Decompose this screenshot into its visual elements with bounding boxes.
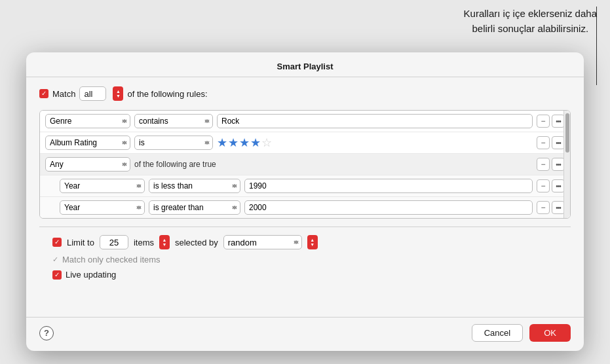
- rule-remove-3[interactable]: −: [537, 158, 550, 171]
- rule-row-any-group: Any of the following are true − •••: [40, 154, 570, 175]
- limit-label: Limit to: [67, 238, 94, 247]
- limit-checkbox[interactable]: ✓: [52, 238, 62, 247]
- rule-value-2000[interactable]: [244, 200, 533, 215]
- rule-remove-2[interactable]: −: [537, 136, 550, 149]
- smart-playlist-dialog: Smart Playlist ✓ Match all ▲ ▼ of the fo…: [26, 52, 584, 351]
- selected-by-select[interactable]: random: [223, 235, 302, 249]
- star-4: ★: [250, 136, 261, 150]
- match-checkbox[interactable]: ✓: [39, 89, 48, 98]
- stepper-down: ▼: [116, 94, 121, 98]
- rule-row-genre: Genre contains − •••: [40, 111, 570, 132]
- rule-field-year-2[interactable]: Year: [60, 200, 145, 215]
- star-1: ★: [217, 136, 227, 150]
- live-updating-row: ✓ Live updating: [52, 270, 558, 280]
- footer-buttons: Cancel OK: [472, 324, 571, 342]
- rule-more-nested-1[interactable]: •••: [552, 179, 565, 192]
- rules-wrapper: Genre contains − •••: [39, 110, 571, 219]
- selected-by-stepper[interactable]: ▲ ▼: [307, 235, 318, 249]
- items-stepper[interactable]: ▲ ▼: [159, 235, 170, 249]
- live-updating-label: Live updating: [66, 270, 116, 280]
- tooltip-pointer-line: [596, 7, 597, 85]
- ok-button[interactable]: OK: [529, 324, 571, 342]
- rule-field-any[interactable]: Any: [45, 157, 130, 172]
- cancel-button[interactable]: Cancel: [472, 324, 523, 342]
- rule-field-genre[interactable]: Genre: [45, 114, 130, 128]
- rule-actions-nested-1: − •••: [537, 179, 565, 192]
- tooltip-line2: belirli sonuçlar alabilirsiniz.: [472, 23, 588, 34]
- rule-condition-less-than[interactable]: is less than: [149, 179, 240, 193]
- limit-row: ✓ Limit to items ▲ ▼ selected by random …: [52, 235, 558, 249]
- match-label: Match: [52, 89, 75, 99]
- stars-display[interactable]: ★ ★ ★ ★ ☆: [217, 136, 533, 150]
- limit-unit: items: [134, 238, 154, 247]
- match-checked-checkmark: ✓: [52, 255, 58, 264]
- rules-area: Genre contains − •••: [39, 110, 571, 219]
- of-following-are-true: of the following are true: [134, 160, 216, 169]
- rule-remove-nested-1[interactable]: −: [537, 179, 550, 192]
- rule-field-album-rating[interactable]: Album Rating: [45, 136, 130, 150]
- rule-more-3[interactable]: •••: [552, 158, 565, 171]
- star-5: ☆: [261, 136, 272, 150]
- dialog-footer: ? Cancel OK: [26, 317, 584, 351]
- scrollbar-thumb: [565, 113, 569, 153]
- dialog-title: Smart Playlist: [26, 52, 584, 77]
- selected-by-label: selected by: [175, 238, 218, 247]
- match-dropdown[interactable]: all: [79, 86, 106, 101]
- match-value: all: [84, 89, 92, 99]
- match-checked-row: ✓ Match only checked items: [52, 255, 558, 264]
- match-checked-label: Match only checked items: [62, 255, 161, 264]
- rule-condition-is[interactable]: is: [134, 136, 213, 150]
- rules-scrollbar[interactable]: [563, 111, 570, 218]
- rule-row-album-rating: Album Rating is ★ ★ ★ ★ ☆ −: [40, 132, 570, 154]
- rule-remove-1[interactable]: −: [537, 115, 550, 128]
- rule-value-1990[interactable]: [244, 179, 533, 193]
- rule-more-nested-2[interactable]: •••: [552, 201, 565, 214]
- live-updating-checkbox[interactable]: ✓: [52, 270, 62, 280]
- rule-value-rock[interactable]: [217, 114, 533, 128]
- rule-row-year-less: Year is less than − •••: [40, 175, 570, 197]
- of-following-label: of the following rules:: [127, 89, 207, 99]
- rule-more-1[interactable]: •••: [552, 115, 565, 128]
- rule-field-year-1[interactable]: Year: [60, 179, 145, 193]
- match-stepper[interactable]: ▲ ▼: [113, 86, 123, 101]
- rule-actions-3: − •••: [537, 158, 565, 171]
- rule-condition-greater-than[interactable]: is greater than: [149, 200, 240, 215]
- rule-remove-nested-2[interactable]: −: [537, 201, 550, 214]
- dialog-body: ✓ Match all ▲ ▼ of the following rules: …: [26, 77, 584, 317]
- star-3: ★: [239, 136, 250, 150]
- rule-condition-contains[interactable]: contains: [134, 114, 213, 128]
- tooltip: Kuralları iç içe eklerseniz daha belirli…: [464, 7, 597, 36]
- rule-actions-nested-2: − •••: [537, 201, 565, 214]
- rule-more-2[interactable]: •••: [552, 136, 565, 149]
- tooltip-line1: Kuralları iç içe eklerseniz daha: [464, 8, 597, 19]
- rule-actions-2: − •••: [537, 136, 565, 149]
- bottom-section: ✓ Limit to items ▲ ▼ selected by random …: [39, 227, 571, 287]
- limit-value[interactable]: [100, 235, 128, 249]
- help-button[interactable]: ?: [39, 326, 54, 340]
- match-row: ✓ Match all ▲ ▼ of the following rules:: [39, 86, 571, 101]
- rule-row-year-greater: Year is greater than − •••: [40, 197, 570, 218]
- rule-actions-1: − •••: [537, 115, 565, 128]
- star-2: ★: [228, 136, 238, 150]
- stepper-up: ▲: [116, 89, 121, 94]
